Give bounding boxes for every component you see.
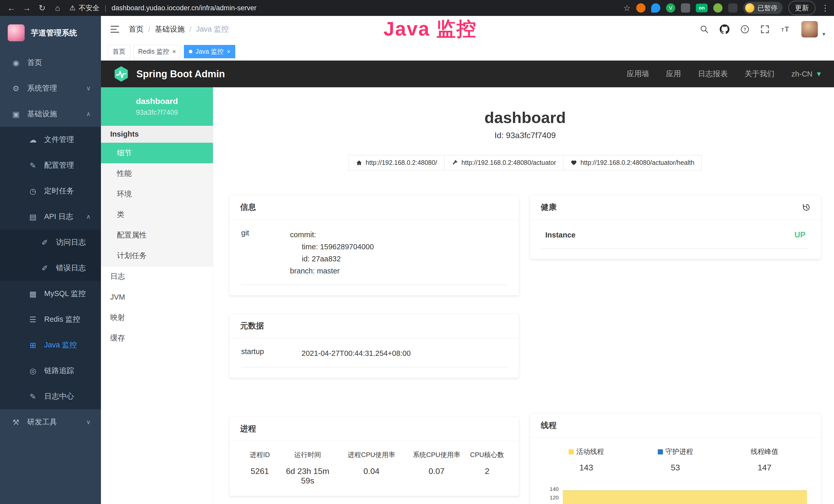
base-url-link[interactable]: http://192.168.0.2:48080/ <box>349 155 445 170</box>
threads-card-title: 线程 <box>541 420 556 431</box>
sba-nav-wallboard[interactable]: 应用墙 <box>627 69 649 79</box>
sba-item-mappings[interactable]: 映射 <box>101 307 213 328</box>
sba-item-logs[interactable]: 日志 <box>101 266 213 287</box>
extensions-grid-icon[interactable] <box>681 3 690 13</box>
sidebar-item-home[interactable]: ◉ 首页 <box>0 50 101 75</box>
sidebar-item-error-logs[interactable]: ✐ 错误日志 <box>0 255 101 281</box>
avatar-caret-icon[interactable]: ▾ <box>822 31 825 38</box>
forward-icon[interactable]: → <box>20 1 34 15</box>
close-icon[interactable]: × <box>227 48 231 55</box>
sba-item-performance[interactable]: 性能 <box>101 163 213 184</box>
update-button[interactable]: 更新 <box>788 1 815 15</box>
sidebar-item-infrastructure[interactable]: ▣ 基础设施 ∧ <box>0 101 101 127</box>
health-instance-row: Instance UP <box>542 229 809 249</box>
close-icon[interactable]: × <box>172 48 176 55</box>
sidebar-item-log-center[interactable]: ✎ 日志中心 <box>0 384 101 409</box>
metadata-card: 元数据 startup 2021-04-27T00:44:31.254+08:0… <box>229 314 519 378</box>
security-label[interactable]: 不安全 <box>79 3 100 13</box>
sba-nav-about[interactable]: 关于我们 <box>745 69 774 79</box>
sba-nav-journal[interactable]: 日志报表 <box>698 69 728 79</box>
github-icon[interactable] <box>720 24 729 34</box>
sidebar-item-access-logs[interactable]: ✐ 访问日志 <box>0 230 101 255</box>
extension-orange-icon[interactable] <box>636 3 645 13</box>
history-icon[interactable] <box>802 203 810 211</box>
help-icon[interactable]: ? <box>740 25 749 34</box>
sba-item-details[interactable]: 细节 <box>101 143 213 163</box>
info-key: git <box>241 229 290 277</box>
fullscreen-icon[interactable] <box>760 25 770 34</box>
legend-peak-threads: 线程峰值 147 <box>720 447 809 473</box>
sba-locale-select[interactable]: zh-CN ▼ <box>791 70 822 78</box>
instance-links: http://192.168.0.2:48080/ http://192.168… <box>229 155 821 170</box>
actuator-url-link[interactable]: http://192.168.0.2:48080/actuator <box>444 155 564 170</box>
extension-puzzle-icon[interactable] <box>728 3 738 13</box>
instance-id-line: Id: 93a3fc7f7409 <box>229 131 821 140</box>
search-icon[interactable] <box>700 25 709 34</box>
sba-instance-header[interactable]: dashboard 93a3fc7f7409 <box>101 87 213 126</box>
page-title: dashboard <box>229 108 821 127</box>
extension-leaf-icon[interactable] <box>713 3 723 13</box>
sba-item-caches[interactable]: 缓存 <box>101 328 213 348</box>
sba-item-jvm[interactable]: JVM <box>101 287 213 307</box>
sidebar-item-scheduled-tasks[interactable]: ◷ 定时任务 <box>0 178 101 204</box>
breadcrumb-separator: / <box>148 25 150 33</box>
cloud-icon: ☁ <box>27 135 39 144</box>
paused-badge[interactable]: 已暂停 <box>743 2 783 14</box>
extension-pin-icon[interactable] <box>651 3 660 13</box>
legend-swatch-yellow <box>569 449 574 455</box>
health-card-title: 健康 <box>541 202 556 212</box>
legend-live-threads: 活动线程 143 <box>542 447 631 473</box>
process-card-title: 进程 <box>240 423 256 434</box>
timer-icon: ◷ <box>27 187 39 196</box>
sidebar-item-link-tracing[interactable]: ◎ 链路追踪 <box>0 358 101 384</box>
sidebar-item-file-management[interactable]: ☁ 文件管理 <box>0 127 101 153</box>
breadcrumb: 首页 / 基础设施 / Java 监控 <box>129 24 228 35</box>
tab-home[interactable]: 首页 <box>108 45 130 58</box>
process-table: 进程ID 5261 运行时间 6d 23h 15m 59s 进程CPU使用率 <box>241 450 507 485</box>
metadata-card-title: 元数据 <box>240 320 264 331</box>
back-icon[interactable]: ← <box>5 1 18 15</box>
sidebar-item-java-monitor[interactable]: ⊞ Java 监控 <box>0 332 101 358</box>
sba-logo-icon[interactable] <box>113 66 130 83</box>
wrench-icon <box>452 160 458 166</box>
sba-item-scheduled-tasks[interactable]: 计划任务 <box>101 246 213 266</box>
info-git-row: git commit: time: 1596289704000 id: 27aa… <box>241 229 507 285</box>
url-text[interactable]: dashboard.yudao.iocoder.cn/infra/admin-s… <box>111 4 256 12</box>
browser-menu-icon[interactable]: ⋮ <box>821 3 829 13</box>
bookmark-star-icon[interactable]: ☆ <box>623 3 631 13</box>
sba-item-config-props[interactable]: 配置属性 <box>101 225 213 246</box>
home-icon[interactable]: ⌂ <box>51 1 64 15</box>
sba-navbar: Spring Boot Admin 应用墙 应用 日志报表 关于我们 zh-CN… <box>101 61 834 87</box>
extension-v-icon[interactable]: V <box>666 3 675 13</box>
annotation-java-monitor: Java 监控 <box>383 16 477 42</box>
tabs-bar: 首页 Redis 监控 × Java 监控 × <box>101 43 834 61</box>
tab-redis-monitor[interactable]: Redis 监控 × <box>133 45 181 58</box>
layers-icon: ☰ <box>27 315 39 324</box>
sidebar-item-mysql-monitor[interactable]: ▦ MySQL 监控 <box>0 281 101 306</box>
sba-item-environment[interactable]: 环境 <box>101 184 213 204</box>
sba-item-classes[interactable]: 类 <box>101 204 213 225</box>
chart-y-axis: 140 120 100 <box>542 485 559 504</box>
sidebar-item-api-logs[interactable]: ▤ API 日志 ∧ <box>0 204 101 230</box>
health-url-link[interactable]: http://192.168.0.2:48080/actuator/health <box>563 155 702 170</box>
sidebar-item-config-management[interactable]: ✎ 配置管理 <box>0 153 101 178</box>
access-log-icon: ✐ <box>39 238 50 247</box>
chevron-down-icon: ∨ <box>86 418 91 426</box>
sidebar-item-dev-tools[interactable]: ⚒ 研发工具 ∨ <box>0 409 101 435</box>
extension-on-icon[interactable]: on <box>696 4 708 12</box>
app-logo[interactable]: 芋道管理系统 <box>0 16 101 50</box>
sba-brand-title[interactable]: Spring Boot Admin <box>136 69 225 79</box>
hamburger-icon[interactable] <box>110 24 120 35</box>
user-avatar[interactable] <box>802 21 818 38</box>
active-dot <box>189 50 192 53</box>
url-bar[interactable]: ⚠ 不安全 | dashboard.yudao.iocoder.cn/infra… <box>69 3 257 13</box>
refresh-icon[interactable]: ↻ <box>36 1 49 15</box>
breadcrumb-section[interactable]: 基础设施 <box>155 24 185 35</box>
breadcrumb-home[interactable]: 首页 <box>129 24 144 35</box>
sidebar-item-redis-monitor[interactable]: ☰ Redis 监控 <box>0 306 101 332</box>
sba-nav-applications[interactable]: 应用 <box>666 69 681 79</box>
info-value: commit: time: 1596289704000 id: 27aa832 … <box>290 229 507 277</box>
sidebar-item-system-management[interactable]: ⚙ 系统管理 ∨ <box>0 75 101 101</box>
font-size-icon[interactable]: TT <box>780 25 791 34</box>
tab-java-monitor[interactable]: Java 监控 × <box>184 45 235 58</box>
